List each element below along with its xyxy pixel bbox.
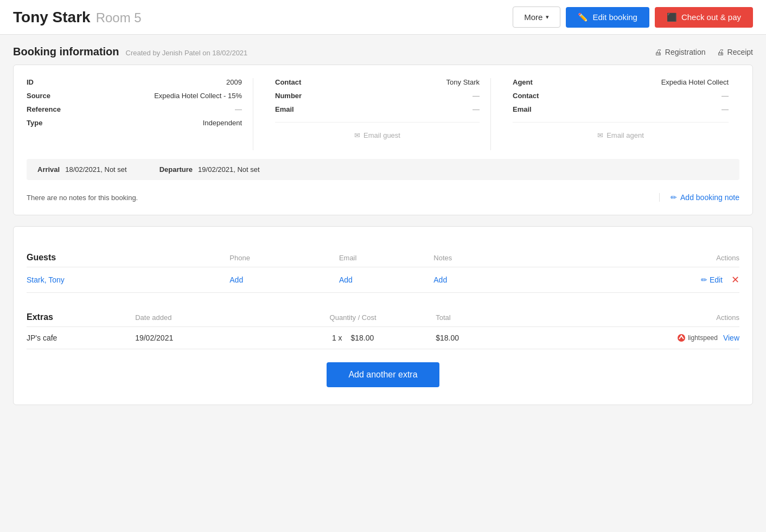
reference-label: Reference [27, 105, 61, 113]
extra-row: JP's cafe 19/02/2021 1 x $18.00 $18.00 [27, 327, 739, 349]
email-label: Email [275, 105, 294, 113]
date-col-label: Date added [135, 313, 171, 322]
agent-envelope-icon: ✉ [597, 131, 603, 139]
delete-guest-button[interactable]: ✕ [731, 274, 739, 286]
phone-col-label: Phone [229, 254, 250, 262]
agent-email-label: Email [513, 105, 532, 113]
booking-info-card: ID 2009 Source Expedia Hotel Collect - 1… [13, 65, 753, 215]
lightspeed-text: lightspeed [688, 334, 718, 342]
extra-actions-col-header: Actions [518, 308, 739, 327]
more-button[interactable]: More ▾ [513, 7, 560, 28]
qty-col-label: Quantity / Cost [330, 313, 376, 322]
guest-action-buttons: ✏ Edit ✕ [532, 274, 739, 286]
edit-label: Edit booking [592, 12, 637, 22]
view-extra-link[interactable]: View [723, 334, 739, 342]
departure-value: 19/02/2021, Not set [198, 165, 259, 174]
email-row: Email — [275, 105, 480, 113]
header-actions: More ▾ ✏️ Edit booking ⬛ Check out & pay [513, 7, 753, 28]
contact-value: Tony Stark [446, 78, 480, 86]
edit-guest-button[interactable]: ✏ Edit [701, 275, 723, 284]
email-col-label: Email [339, 254, 357, 262]
guests-title-col: Guests [27, 248, 229, 267]
checkout-icon: ⬛ [667, 12, 677, 22]
notes-col-label: Notes [433, 254, 452, 262]
add-phone-link[interactable]: Add [229, 275, 243, 284]
notes-row: There are no notes for this booking. ✏ A… [27, 191, 739, 202]
type-label: Type [27, 119, 42, 127]
id-row: ID 2009 [27, 78, 242, 86]
add-booking-note-button[interactable]: ✏ Add booking note [659, 193, 739, 202]
date-col-header: Date added [135, 308, 270, 327]
agent-email-value: — [722, 105, 729, 113]
departure-item: Departure 19/02/2021, Not set [159, 165, 260, 174]
extras-section: Extras Date added Quantity / Cost Total [27, 308, 739, 349]
guests-table-header: Guests Phone Email Notes Actions [27, 248, 739, 267]
guest-actions-cell: ✏ Edit ✕ [532, 267, 739, 293]
receipt-label: Receipt [727, 48, 753, 56]
add-another-extra-button[interactable]: Add another extra [327, 362, 439, 387]
registration-link[interactable]: 🖨 Registration [654, 48, 706, 56]
email-guest-button[interactable]: ✉ Email guest [354, 131, 400, 139]
email-value: — [473, 105, 480, 113]
booking-left-col: ID 2009 Source Expedia Hotel Collect - 1… [27, 78, 253, 150]
email-guest-row: ✉ Email guest [275, 122, 480, 139]
arrival-value: 18/02/2021, Not set [65, 165, 126, 174]
envelope-icon: ✉ [354, 131, 360, 139]
type-value: Independent [203, 119, 242, 127]
guests-section: Guests Phone Email Notes Actions [27, 248, 739, 293]
notes-col-header: Notes [433, 248, 532, 267]
spacer [27, 240, 739, 248]
printer-icon: 🖨 [654, 48, 662, 56]
arrival-label: Arrival [37, 165, 60, 174]
extras-table: Extras Date added Quantity / Cost Total [27, 308, 739, 349]
extra-cost: $18.00 [350, 334, 374, 342]
id-value: 2009 [226, 78, 242, 86]
phone-col-header: Phone [229, 248, 339, 267]
checkout-button[interactable]: ⬛ Check out & pay [655, 7, 753, 28]
add-note-label: Add booking note [680, 193, 739, 202]
room-label: Room 5 [96, 10, 142, 25]
departure-label: Departure [159, 165, 193, 174]
booking-info-header: Booking information Created by Jenish Pa… [13, 46, 753, 58]
source-row: Source Expedia Hotel Collect - 15% [27, 92, 242, 100]
extra-total: $18.00 [436, 334, 459, 342]
header-title-group: Tony Stark Room 5 [13, 9, 142, 26]
extra-actions-cell: lightspeed View [518, 327, 739, 349]
contact-row: Contact Tony Stark [275, 78, 480, 86]
edit-pencil-icon: ✏ [701, 275, 707, 284]
agent-row: Agent Expedia Hotel Collect [513, 78, 729, 86]
extra-qty: 1 x [332, 334, 342, 342]
guest-name: Tony Stark [13, 9, 91, 26]
source-value: Expedia Hotel Collect - 15% [154, 92, 242, 100]
created-by: Created by Jenish Patel on 18/02/2021 [126, 49, 248, 57]
arrival-item: Arrival 18/02/2021, Not set [37, 165, 127, 174]
guest-name-link[interactable]: Stark, Tony [27, 275, 65, 284]
chevron-down-icon: ▾ [546, 14, 549, 21]
extra-name: JP's cafe [27, 334, 57, 342]
add-email-link[interactable]: Add [339, 275, 353, 284]
guests-title: Guests [27, 253, 56, 262]
extra-date: 19/02/2021 [135, 334, 173, 342]
reference-value: — [235, 105, 242, 113]
edit-guest-label: Edit [710, 275, 723, 284]
qty-col-header: Quantity / Cost [270, 308, 436, 327]
page-header: Tony Stark Room 5 More ▾ ✏️ Edit booking… [0, 0, 766, 35]
total-col-header: Total [436, 308, 518, 327]
agent-value: Expedia Hotel Collect [661, 78, 729, 86]
guest-phone-cell: Add [229, 267, 339, 293]
type-row: Type Independent [27, 119, 242, 127]
email-guest-label: Email guest [363, 131, 400, 139]
email-agent-button[interactable]: ✉ Email agent [597, 131, 644, 139]
pencil-icon: ✏️ [578, 12, 588, 22]
guest-name-cell: Stark, Tony [27, 267, 229, 293]
booking-info-title: Booking information [13, 46, 119, 58]
receipt-link[interactable]: 🖨 Receipt [717, 48, 753, 56]
agent-contact-label: Contact [513, 92, 539, 100]
booking-right-col: Agent Expedia Hotel Collect Contact — Em… [502, 78, 739, 150]
actions-col-label: Actions [716, 254, 739, 262]
extra-total-cell: $18.00 [436, 327, 518, 349]
pencil-note-icon: ✏ [671, 193, 677, 202]
guests-extras-card: Guests Phone Email Notes Actions [13, 226, 753, 405]
add-notes-link[interactable]: Add [433, 275, 447, 284]
edit-booking-button[interactable]: ✏️ Edit booking [566, 7, 649, 28]
